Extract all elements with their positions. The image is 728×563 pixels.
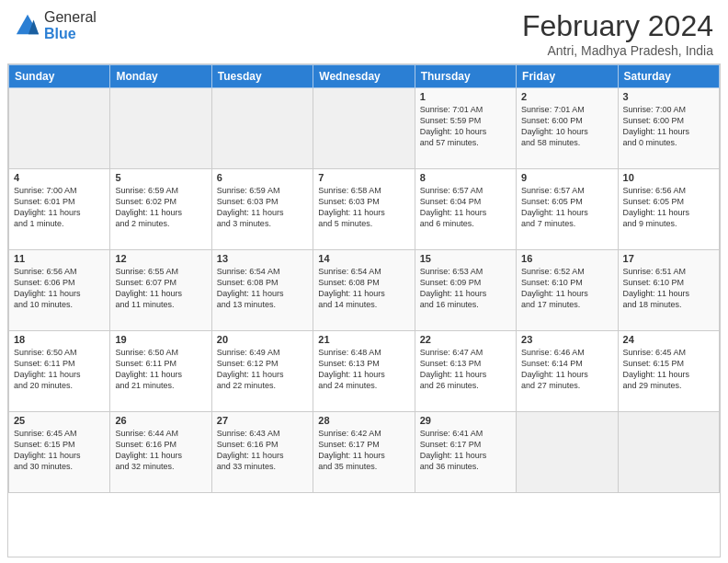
day-info: Sunrise: 6:54 AM Sunset: 6:08 PM Dayligh… — [217, 266, 308, 311]
day-number: 4 — [14, 172, 105, 183]
day-number: 10 — [623, 172, 714, 183]
logo-blue-text: Blue — [44, 26, 97, 42]
logo: General Blue — [15, 9, 97, 41]
title-block: February 2024 Antri, Madhya Pradesh, Ind… — [522, 9, 713, 58]
table-row: 2Sunrise: 7:01 AM Sunset: 6:00 PM Daylig… — [517, 88, 618, 169]
day-info: Sunrise: 6:41 AM Sunset: 6:17 PM Dayligh… — [420, 428, 511, 473]
day-number: 29 — [420, 415, 511, 426]
table-row: 14Sunrise: 6:54 AM Sunset: 6:08 PM Dayli… — [313, 250, 415, 331]
table-row: 28Sunrise: 6:42 AM Sunset: 6:17 PM Dayli… — [313, 412, 415, 493]
table-row: 23Sunrise: 6:46 AM Sunset: 6:14 PM Dayli… — [517, 331, 618, 412]
table-row: 10Sunrise: 6:56 AM Sunset: 6:05 PM Dayli… — [618, 169, 719, 250]
header: General Blue February 2024 Antri, Madhya… — [0, 0, 728, 63]
day-info: Sunrise: 6:52 AM Sunset: 6:10 PM Dayligh… — [521, 266, 612, 311]
day-info: Sunrise: 6:57 AM Sunset: 6:04 PM Dayligh… — [420, 185, 511, 230]
table-row: 5Sunrise: 6:59 AM Sunset: 6:02 PM Daylig… — [110, 169, 211, 250]
day-info: Sunrise: 7:01 AM Sunset: 5:59 PM Dayligh… — [420, 104, 511, 149]
day-info: Sunrise: 6:54 AM Sunset: 6:08 PM Dayligh… — [318, 266, 409, 311]
table-row: 20Sunrise: 6:49 AM Sunset: 6:12 PM Dayli… — [211, 331, 313, 412]
day-info: Sunrise: 6:46 AM Sunset: 6:14 PM Dayligh… — [521, 347, 612, 392]
table-row: 24Sunrise: 6:45 AM Sunset: 6:15 PM Dayli… — [618, 331, 719, 412]
day-number: 9 — [521, 172, 612, 183]
day-number: 13 — [217, 253, 308, 264]
day-number: 1 — [420, 91, 511, 102]
table-row: 26Sunrise: 6:44 AM Sunset: 6:16 PM Dayli… — [110, 412, 211, 493]
day-number: 21 — [318, 334, 409, 345]
day-info: Sunrise: 6:42 AM Sunset: 6:17 PM Dayligh… — [318, 428, 409, 473]
calendar-week-row: 1Sunrise: 7:01 AM Sunset: 5:59 PM Daylig… — [9, 88, 720, 169]
day-number: 5 — [115, 172, 206, 183]
table-row: 25Sunrise: 6:45 AM Sunset: 6:15 PM Dayli… — [9, 412, 110, 493]
table-row: 18Sunrise: 6:50 AM Sunset: 6:11 PM Dayli… — [9, 331, 110, 412]
logo-text: General Blue — [44, 9, 97, 41]
day-number: 2 — [521, 91, 612, 102]
table-row: 4Sunrise: 7:00 AM Sunset: 6:01 PM Daylig… — [9, 169, 110, 250]
table-row: 1Sunrise: 7:01 AM Sunset: 5:59 PM Daylig… — [415, 88, 516, 169]
col-saturday: Saturday — [618, 65, 719, 88]
location-subtitle: Antri, Madhya Pradesh, India — [522, 43, 713, 58]
month-title: February 2024 — [522, 9, 713, 43]
table-row — [618, 412, 719, 493]
day-info: Sunrise: 6:56 AM Sunset: 6:06 PM Dayligh… — [14, 266, 105, 311]
table-row: 16Sunrise: 6:52 AM Sunset: 6:10 PM Dayli… — [517, 250, 618, 331]
col-friday: Friday — [517, 65, 618, 88]
calendar-week-row: 18Sunrise: 6:50 AM Sunset: 6:11 PM Dayli… — [9, 331, 720, 412]
table-row: 12Sunrise: 6:55 AM Sunset: 6:07 PM Dayli… — [110, 250, 211, 331]
table-row: 29Sunrise: 6:41 AM Sunset: 6:17 PM Dayli… — [415, 412, 516, 493]
days-header-row: Sunday Monday Tuesday Wednesday Thursday… — [9, 65, 720, 88]
day-number: 15 — [420, 253, 511, 264]
logo-icon — [15, 13, 40, 39]
day-info: Sunrise: 6:43 AM Sunset: 6:16 PM Dayligh… — [217, 428, 308, 473]
day-info: Sunrise: 6:50 AM Sunset: 6:11 PM Dayligh… — [14, 347, 105, 392]
day-number: 8 — [420, 172, 511, 183]
col-thursday: Thursday — [415, 65, 516, 88]
calendar-table: Sunday Monday Tuesday Wednesday Thursday… — [8, 64, 720, 493]
day-number: 25 — [14, 415, 105, 426]
page: General Blue February 2024 Antri, Madhya… — [0, 0, 728, 563]
day-info: Sunrise: 6:59 AM Sunset: 6:03 PM Dayligh… — [217, 185, 308, 230]
table-row: 8Sunrise: 6:57 AM Sunset: 6:04 PM Daylig… — [415, 169, 516, 250]
col-tuesday: Tuesday — [211, 65, 313, 88]
logo-general-text: General — [44, 9, 97, 26]
calendar-header: Sunday Monday Tuesday Wednesday Thursday… — [9, 65, 720, 88]
day-info: Sunrise: 6:58 AM Sunset: 6:03 PM Dayligh… — [318, 185, 409, 230]
day-number: 28 — [318, 415, 409, 426]
day-info: Sunrise: 7:00 AM Sunset: 6:00 PM Dayligh… — [623, 104, 714, 149]
table-row: 13Sunrise: 6:54 AM Sunset: 6:08 PM Dayli… — [211, 250, 313, 331]
day-info: Sunrise: 6:44 AM Sunset: 6:16 PM Dayligh… — [115, 428, 206, 473]
calendar-week-row: 4Sunrise: 7:00 AM Sunset: 6:01 PM Daylig… — [9, 169, 720, 250]
day-info: Sunrise: 6:56 AM Sunset: 6:05 PM Dayligh… — [623, 185, 714, 230]
table-row — [517, 412, 618, 493]
day-number: 12 — [115, 253, 206, 264]
day-number: 6 — [217, 172, 308, 183]
table-row: 11Sunrise: 6:56 AM Sunset: 6:06 PM Dayli… — [9, 250, 110, 331]
table-row: 7Sunrise: 6:58 AM Sunset: 6:03 PM Daylig… — [313, 169, 415, 250]
table-row: 27Sunrise: 6:43 AM Sunset: 6:16 PM Dayli… — [211, 412, 313, 493]
day-number: 19 — [115, 334, 206, 345]
table-row — [313, 88, 415, 169]
day-number: 26 — [115, 415, 206, 426]
day-info: Sunrise: 6:48 AM Sunset: 6:13 PM Dayligh… — [318, 347, 409, 392]
day-info: Sunrise: 7:01 AM Sunset: 6:00 PM Dayligh… — [521, 104, 612, 149]
table-row: 3Sunrise: 7:00 AM Sunset: 6:00 PM Daylig… — [618, 88, 719, 169]
day-info: Sunrise: 6:50 AM Sunset: 6:11 PM Dayligh… — [115, 347, 206, 392]
table-row: 6Sunrise: 6:59 AM Sunset: 6:03 PM Daylig… — [211, 169, 313, 250]
calendar-week-row: 25Sunrise: 6:45 AM Sunset: 6:15 PM Dayli… — [9, 412, 720, 493]
calendar-body: 1Sunrise: 7:01 AM Sunset: 5:59 PM Daylig… — [9, 88, 720, 493]
day-number: 7 — [318, 172, 409, 183]
table-row — [110, 88, 211, 169]
day-number: 17 — [623, 253, 714, 264]
day-number: 18 — [14, 334, 105, 345]
day-number: 11 — [14, 253, 105, 264]
calendar: Sunday Monday Tuesday Wednesday Thursday… — [7, 63, 721, 557]
day-info: Sunrise: 6:53 AM Sunset: 6:09 PM Dayligh… — [420, 266, 511, 311]
table-row: 21Sunrise: 6:48 AM Sunset: 6:13 PM Dayli… — [313, 331, 415, 412]
col-wednesday: Wednesday — [313, 65, 415, 88]
table-row: 17Sunrise: 6:51 AM Sunset: 6:10 PM Dayli… — [618, 250, 719, 331]
day-number: 20 — [217, 334, 308, 345]
day-number: 16 — [521, 253, 612, 264]
day-info: Sunrise: 6:49 AM Sunset: 6:12 PM Dayligh… — [217, 347, 308, 392]
day-number: 23 — [521, 334, 612, 345]
table-row: 19Sunrise: 6:50 AM Sunset: 6:11 PM Dayli… — [110, 331, 211, 412]
day-info: Sunrise: 6:45 AM Sunset: 6:15 PM Dayligh… — [14, 428, 105, 473]
